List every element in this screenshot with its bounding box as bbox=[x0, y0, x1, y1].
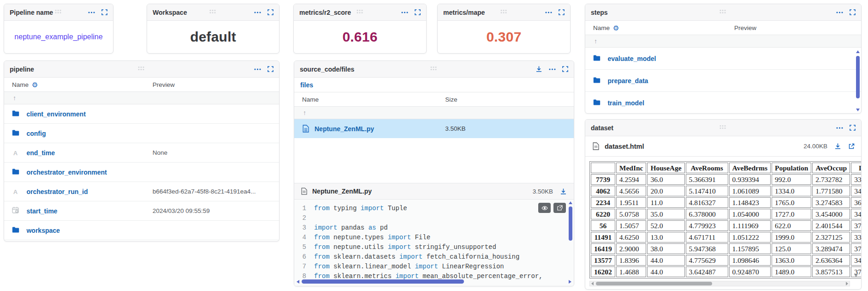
dataset-cell: 1.054000 bbox=[729, 209, 771, 219]
expand-icon[interactable] bbox=[268, 9, 273, 15]
menu-icon[interactable] bbox=[836, 12, 843, 13]
table-row[interactable]: A workspace bbox=[4, 221, 279, 240]
dataset-table: MedIncHouseAgeAveRoomsAveBedrmsPopulatio… bbox=[589, 161, 861, 279]
file-row-selected[interactable]: Neptune_ZenML.py 3.50KB bbox=[294, 119, 574, 138]
attribute-link[interactable]: train_model bbox=[607, 99, 644, 107]
code-vertical-scrollbar[interactable] bbox=[569, 201, 573, 278]
file-name-link[interactable]: Neptune_ZenML.py bbox=[315, 125, 374, 133]
line-number: 3 bbox=[294, 223, 306, 233]
table-row[interactable]: A config bbox=[4, 124, 279, 143]
table-row[interactable]: A client_environment bbox=[4, 104, 279, 124]
dataset-cell: 1489.0 bbox=[772, 267, 811, 277]
code-line: 2 bbox=[294, 213, 574, 223]
scrollbar-thumb[interactable] bbox=[596, 282, 712, 285]
attribute-link[interactable]: orchestrator_run_id bbox=[26, 188, 88, 195]
menu-icon[interactable] bbox=[549, 68, 556, 70]
open-external-icon[interactable] bbox=[848, 143, 855, 150]
open-in-new-button[interactable] bbox=[553, 203, 566, 213]
attribute-preview: b664f3ed-62a7-45f8-8c21-4191ea4... bbox=[153, 188, 256, 195]
drag-handle-icon[interactable] bbox=[500, 10, 507, 14]
table-row[interactable]: A start_time 2024/03/20 09:55:59 bbox=[4, 201, 279, 221]
dataset-col-header: AveBedrms bbox=[729, 163, 771, 173]
scroll-down-arrow[interactable] bbox=[854, 274, 858, 277]
dataset-cell: 1.051222 bbox=[729, 232, 771, 242]
up-level-row[interactable]: ↑ bbox=[585, 35, 861, 48]
drag-handle-icon[interactable] bbox=[357, 10, 363, 14]
attribute-link[interactable]: end_time bbox=[26, 149, 54, 157]
up-level-row[interactable]: ↑ bbox=[294, 107, 574, 119]
dataset-cell: 1.111969 bbox=[729, 220, 771, 231]
download-icon[interactable] bbox=[535, 66, 542, 73]
dataset-cell: 3.857513 bbox=[812, 267, 850, 277]
table-row[interactable]: A train_model bbox=[585, 92, 861, 114]
drag-handle-icon[interactable] bbox=[720, 10, 727, 14]
menu-icon[interactable] bbox=[545, 12, 552, 13]
folder-icon bbox=[11, 227, 20, 233]
menu-icon[interactable] bbox=[836, 127, 843, 129]
dataset-cell: 1.157895 bbox=[729, 243, 771, 254]
files-breadcrumb-link[interactable]: files bbox=[300, 81, 313, 89]
pipeline-row-list: A client_environment A config A bbox=[4, 104, 279, 240]
code-line: 5from neptune.utils import stringify_uns… bbox=[294, 242, 574, 252]
table-row[interactable]: A prepare_data bbox=[585, 70, 861, 92]
attribute-link[interactable]: evaluate_model bbox=[607, 55, 656, 62]
dataset-cell: 1.098646 bbox=[729, 255, 771, 266]
code-horizontal-scrollbar[interactable] bbox=[296, 279, 572, 284]
table-row[interactable]: A orchestrator_environment bbox=[4, 163, 279, 182]
dataset-col-header: AveOccup bbox=[812, 163, 850, 173]
table-row[interactable]: A end_time None bbox=[4, 143, 279, 163]
drag-handle-icon[interactable] bbox=[55, 10, 62, 14]
attribute-link[interactable]: prepare_data bbox=[607, 77, 648, 85]
pipeline-name-value[interactable]: neptune_example_pipeline bbox=[14, 33, 102, 41]
preview-toggle-button[interactable] bbox=[538, 203, 551, 213]
attribute-link[interactable]: workspace bbox=[26, 227, 59, 234]
column-settings-icon[interactable]: ⚙ bbox=[32, 81, 38, 88]
up-level-row[interactable]: ↑ bbox=[4, 92, 279, 104]
scrollbar-thumb[interactable] bbox=[856, 56, 860, 98]
steps-vertical-scrollbar[interactable] bbox=[856, 50, 860, 111]
download-icon[interactable] bbox=[834, 143, 841, 150]
dataset-row-index: 16419 bbox=[591, 243, 615, 254]
drag-handle-icon[interactable] bbox=[720, 125, 727, 130]
menu-icon[interactable] bbox=[254, 12, 261, 13]
drag-handle-icon[interactable] bbox=[431, 67, 438, 71]
table-row[interactable]: A evaluate_model bbox=[585, 48, 861, 70]
download-icon[interactable] bbox=[560, 188, 567, 195]
dataset-col-header: MedInc bbox=[616, 163, 647, 173]
attribute-link[interactable]: client_environment bbox=[26, 110, 85, 118]
expand-icon[interactable] bbox=[850, 9, 856, 15]
dataset-cell: 3.642487 bbox=[686, 267, 728, 277]
up-arrow-icon: ↑ bbox=[303, 109, 306, 116]
dataset-row-index: 56 bbox=[591, 220, 615, 231]
size-column-header: Size bbox=[445, 96, 457, 103]
scrollbar-thumb[interactable] bbox=[569, 206, 572, 241]
attribute-link[interactable]: start_time bbox=[26, 207, 57, 215]
preview-column-header: Preview bbox=[734, 24, 756, 31]
dataset-cell: 36.85 bbox=[851, 197, 861, 208]
expand-icon[interactable] bbox=[101, 9, 107, 15]
menu-icon[interactable] bbox=[254, 68, 261, 70]
dataset-row: 40624.565620.05.1474101.0610891334.01.77… bbox=[591, 186, 861, 196]
attribute-link[interactable]: config bbox=[26, 130, 46, 137]
dataset-horizontal-scrollbar[interactable] bbox=[589, 281, 850, 286]
menu-icon[interactable] bbox=[88, 12, 95, 13]
scrollbar-thumb[interactable] bbox=[302, 279, 464, 284]
expand-icon[interactable] bbox=[268, 66, 273, 72]
dataset-cell: 4.775629 bbox=[686, 255, 728, 266]
expand-icon[interactable] bbox=[850, 125, 856, 131]
drag-handle-icon[interactable] bbox=[210, 10, 217, 14]
table-row[interactable]: A orchestrator_run_id b664f3ed-62a7-45f8… bbox=[4, 182, 279, 201]
dataset-cell: 1.8396 bbox=[616, 255, 647, 266]
expand-icon[interactable] bbox=[559, 9, 565, 15]
file-icon bbox=[301, 188, 307, 195]
attribute-link[interactable]: orchestrator_environment bbox=[26, 169, 107, 176]
attribute-preview: None bbox=[153, 149, 167, 156]
menu-icon[interactable] bbox=[401, 12, 408, 13]
expand-icon[interactable] bbox=[415, 9, 421, 15]
widget-header: metrics/r2_score bbox=[294, 4, 426, 21]
expand-icon[interactable] bbox=[562, 66, 568, 72]
up-arrow-icon: ↑ bbox=[13, 94, 16, 102]
drag-handle-icon[interactable] bbox=[138, 67, 145, 71]
folder-icon bbox=[11, 130, 20, 136]
column-settings-icon[interactable]: ⚙ bbox=[613, 24, 619, 31]
